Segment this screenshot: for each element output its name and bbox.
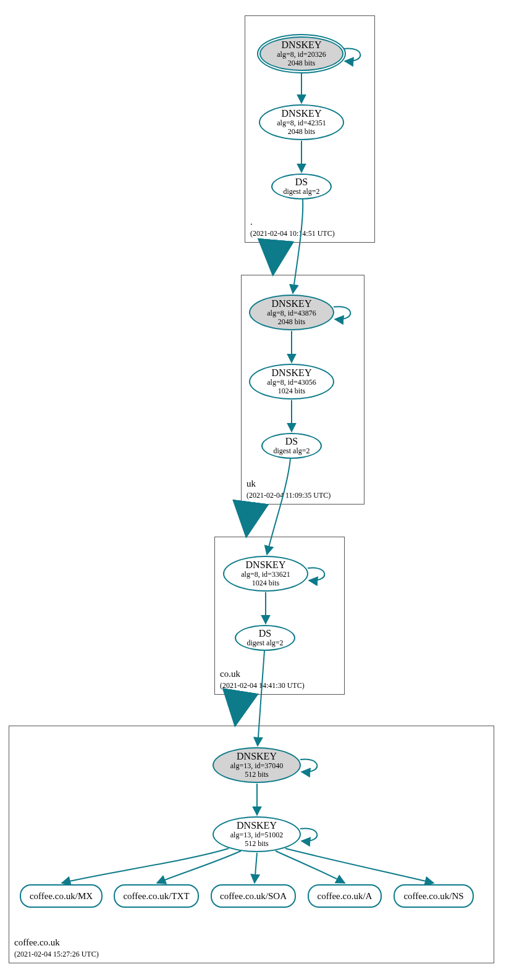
node-couk-ksk-title: DNSKEY (246, 559, 286, 571)
node-couk-ksk: DNSKEY alg=8, id=33621 1024 bits (223, 556, 308, 592)
node-uk-zsk: DNSKEY alg=8, id=43056 1024 bits (249, 364, 334, 400)
zone-coffee-time: (2021-02-04 15:27:26 UTC) (14, 950, 99, 959)
node-coffee-ksk: DNSKEY alg=13, id=37040 512 bits (213, 747, 301, 783)
zone-couk-label: co.uk (220, 669, 240, 679)
node-root-zsk: DNSKEY alg=8, id=42351 2048 bits (259, 104, 344, 140)
svg-line-7 (235, 696, 240, 724)
zone-uk-label: uk (246, 479, 256, 489)
node-couk-ds-line2: digest alg=2 (246, 639, 283, 648)
node-couk-ksk-line3: 1024 bits (252, 579, 279, 588)
record-txt: coffee.co.uk/TXT (114, 884, 199, 908)
node-uk-ksk-line3: 2048 bits (278, 318, 305, 327)
zone-couk-time: (2021-02-04 14:41:30 UTC) (220, 681, 305, 690)
node-coffee-zsk-line2: alg=13, id=51002 (230, 831, 284, 840)
node-uk-ksk-line2: alg=8, id=43876 (267, 309, 316, 318)
node-root-ds: DS digest alg=2 (271, 174, 332, 199)
node-coffee-ksk-title: DNSKEY (237, 751, 277, 762)
node-coffee-zsk: DNSKEY alg=13, id=51002 512 bits (213, 816, 301, 852)
node-coffee-ksk-line2: alg=13, id=37040 (230, 762, 284, 771)
record-a: coffee.co.uk/A (308, 884, 382, 908)
node-root-zsk-title: DNSKEY (282, 108, 322, 119)
node-root-ds-line2: digest alg=2 (283, 188, 319, 196)
record-ns: coffee.co.uk/NS (394, 884, 474, 908)
zone-coffee-label: coffee.co.uk (14, 937, 60, 948)
node-couk-ds-title: DS (259, 628, 271, 639)
node-coffee-ksk-line3: 512 bits (245, 771, 268, 779)
node-uk-zsk-line3: 1024 bits (278, 387, 305, 396)
node-root-ksk-line3: 2048 bits (288, 59, 315, 68)
node-coffee-zsk-title: DNSKEY (237, 820, 277, 831)
node-uk-ksk: DNSKEY alg=8, id=43876 2048 bits (249, 295, 334, 330)
node-root-zsk-line2: alg=8, id=42351 (277, 119, 326, 128)
svg-line-2 (273, 244, 276, 273)
node-root-ksk-title: DNSKEY (282, 40, 322, 51)
record-soa: coffee.co.uk/SOA (211, 884, 296, 908)
node-couk-ksk-line2: alg=8, id=33621 (241, 571, 290, 579)
node-coffee-zsk-line3: 512 bits (245, 840, 268, 848)
node-uk-zsk-line2: alg=8, id=43056 (267, 379, 316, 387)
zone-uk-time: (2021-02-04 11:09:35 UTC) (246, 491, 331, 500)
zone-root-time: (2021-02-04 10:14:51 UTC) (250, 229, 335, 238)
node-couk-ds: DS digest alg=2 (235, 625, 295, 651)
svg-line-5 (246, 506, 250, 535)
node-uk-ds: DS digest alg=2 (261, 433, 322, 459)
node-root-ds-title: DS (295, 177, 308, 188)
zone-root-label: . (250, 217, 253, 227)
node-root-ksk-line2: alg=8, id=20326 (277, 51, 326, 59)
node-uk-ds-line2: digest alg=2 (273, 447, 310, 456)
node-uk-ds-title: DS (285, 436, 298, 447)
node-uk-ksk-title: DNSKEY (272, 298, 312, 309)
node-root-ksk: DNSKEY alg=8, id=20326 2048 bits (259, 36, 343, 71)
node-root-zsk-line3: 2048 bits (288, 128, 315, 136)
record-mx: coffee.co.uk/MX (20, 884, 103, 908)
node-uk-zsk-title: DNSKEY (272, 367, 312, 379)
